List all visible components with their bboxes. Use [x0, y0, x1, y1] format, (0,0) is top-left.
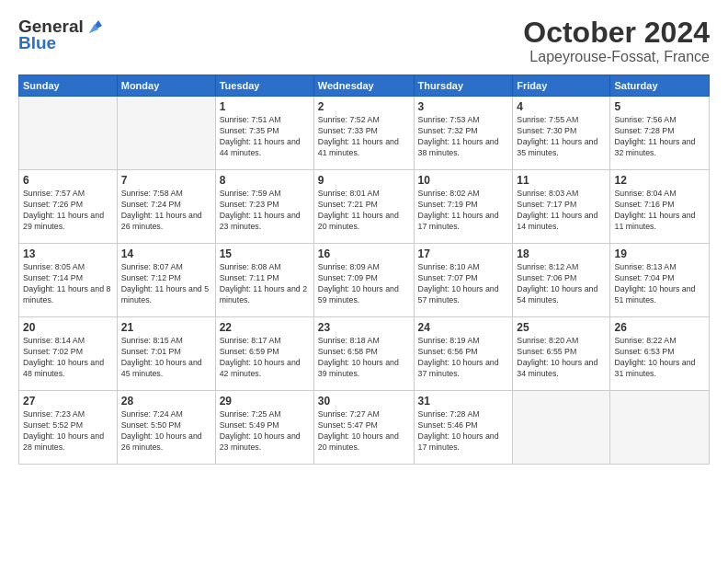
day-number: 25 — [517, 320, 606, 335]
day-info: Sunrise: 8:07 AMSunset: 7:12 PMDaylight:… — [121, 262, 211, 306]
header-friday: Friday — [513, 75, 610, 97]
day-cell: 1Sunrise: 7:51 AMSunset: 7:35 PMDaylight… — [215, 97, 313, 170]
day-number: 4 — [517, 99, 606, 114]
day-number: 28 — [121, 394, 211, 408]
day-number: 23 — [318, 320, 410, 335]
day-cell: 8Sunrise: 7:59 AMSunset: 7:23 PMDaylight… — [215, 170, 313, 244]
day-cell: 11Sunrise: 8:03 AMSunset: 7:17 PMDayligh… — [513, 170, 610, 244]
day-number: 8 — [220, 173, 310, 188]
day-number: 16 — [318, 247, 410, 261]
day-cell: 10Sunrise: 8:02 AMSunset: 7:19 PMDayligh… — [414, 170, 513, 244]
day-cell — [513, 391, 610, 465]
day-number: 18 — [517, 247, 606, 261]
week-row-3: 13Sunrise: 8:05 AMSunset: 7:14 PMDayligh… — [19, 244, 710, 317]
day-info: Sunrise: 7:28 AMSunset: 5:46 PMDaylight:… — [418, 409, 509, 454]
day-cell: 17Sunrise: 8:10 AMSunset: 7:07 PMDayligh… — [414, 244, 513, 317]
day-cell: 31Sunrise: 7:28 AMSunset: 5:46 PMDayligh… — [414, 391, 513, 465]
day-number: 27 — [23, 394, 113, 408]
day-cell: 21Sunrise: 8:15 AMSunset: 7:01 PMDayligh… — [117, 317, 215, 391]
day-number: 20 — [23, 320, 113, 335]
day-number: 1 — [220, 99, 310, 114]
day-cell: 19Sunrise: 8:13 AMSunset: 7:04 PMDayligh… — [610, 244, 710, 317]
day-info: Sunrise: 7:53 AMSunset: 7:32 PMDaylight:… — [418, 115, 509, 159]
logo: General Blue — [18, 17, 106, 53]
day-cell: 28Sunrise: 7:24 AMSunset: 5:50 PMDayligh… — [117, 391, 215, 465]
week-row-5: 27Sunrise: 7:23 AMSunset: 5:52 PMDayligh… — [19, 391, 710, 465]
day-cell: 30Sunrise: 7:27 AMSunset: 5:47 PMDayligh… — [313, 391, 414, 465]
day-cell: 6Sunrise: 7:57 AMSunset: 7:26 PMDaylight… — [19, 170, 118, 244]
day-number: 15 — [220, 247, 310, 261]
day-cell: 13Sunrise: 8:05 AMSunset: 7:14 PMDayligh… — [19, 244, 118, 317]
day-number: 3 — [418, 99, 509, 114]
day-number: 13 — [23, 247, 113, 261]
day-cell: 5Sunrise: 7:56 AMSunset: 7:28 PMDaylight… — [610, 97, 710, 170]
title-block: October 2024 Lapeyrouse-Fossat, France — [523, 17, 710, 65]
day-info: Sunrise: 8:19 AMSunset: 6:56 PMDaylight:… — [418, 336, 509, 380]
day-info: Sunrise: 8:05 AMSunset: 7:14 PMDaylight:… — [23, 262, 113, 306]
day-info: Sunrise: 7:24 AMSunset: 5:50 PMDaylight:… — [121, 409, 211, 454]
day-number: 2 — [318, 99, 410, 114]
header-sunday: Sunday — [19, 75, 118, 97]
day-info: Sunrise: 8:13 AMSunset: 7:04 PMDaylight:… — [614, 262, 705, 306]
day-number: 6 — [23, 173, 113, 188]
day-info: Sunrise: 8:20 AMSunset: 6:55 PMDaylight:… — [517, 336, 606, 380]
header: General Blue October 2024 Lapeyrouse-Fos… — [18, 17, 710, 65]
day-info: Sunrise: 8:18 AMSunset: 6:58 PMDaylight:… — [318, 336, 410, 380]
day-info: Sunrise: 8:03 AMSunset: 7:17 PMDaylight:… — [517, 189, 606, 233]
day-info: Sunrise: 8:15 AMSunset: 7:01 PMDaylight:… — [121, 336, 211, 380]
day-cell: 20Sunrise: 8:14 AMSunset: 7:02 PMDayligh… — [19, 317, 118, 391]
week-row-1: 1Sunrise: 7:51 AMSunset: 7:35 PMDaylight… — [19, 97, 710, 170]
day-number: 19 — [614, 247, 705, 261]
month-title: October 2024 — [523, 17, 710, 49]
day-cell: 22Sunrise: 8:17 AMSunset: 6:59 PMDayligh… — [215, 317, 313, 391]
location-title: Lapeyrouse-Fossat, France — [523, 49, 710, 65]
day-cell: 15Sunrise: 8:08 AMSunset: 7:11 PMDayligh… — [215, 244, 313, 317]
day-number: 24 — [418, 320, 509, 335]
day-number: 22 — [220, 320, 310, 335]
day-cell: 14Sunrise: 8:07 AMSunset: 7:12 PMDayligh… — [117, 244, 215, 317]
day-cell — [19, 97, 118, 170]
weekday-header-row: Sunday Monday Tuesday Wednesday Thursday… — [19, 75, 710, 97]
header-tuesday: Tuesday — [215, 75, 313, 97]
day-number: 26 — [614, 320, 705, 335]
day-cell: 26Sunrise: 8:22 AMSunset: 6:53 PMDayligh… — [610, 317, 710, 391]
day-number: 29 — [220, 394, 310, 408]
day-cell: 27Sunrise: 7:23 AMSunset: 5:52 PMDayligh… — [19, 391, 118, 465]
logo-icon — [85, 17, 106, 37]
day-info: Sunrise: 8:09 AMSunset: 7:09 PMDaylight:… — [318, 262, 410, 306]
day-cell: 23Sunrise: 8:18 AMSunset: 6:58 PMDayligh… — [313, 317, 414, 391]
day-cell: 18Sunrise: 8:12 AMSunset: 7:06 PMDayligh… — [513, 244, 610, 317]
day-cell: 4Sunrise: 7:55 AMSunset: 7:30 PMDaylight… — [513, 97, 610, 170]
day-info: Sunrise: 7:27 AMSunset: 5:47 PMDaylight:… — [318, 409, 410, 454]
day-number: 17 — [418, 247, 509, 261]
week-row-4: 20Sunrise: 8:14 AMSunset: 7:02 PMDayligh… — [19, 317, 710, 391]
day-info: Sunrise: 7:52 AMSunset: 7:33 PMDaylight:… — [318, 115, 410, 159]
day-info: Sunrise: 7:58 AMSunset: 7:24 PMDaylight:… — [121, 189, 211, 233]
day-info: Sunrise: 8:02 AMSunset: 7:19 PMDaylight:… — [418, 189, 509, 233]
day-info: Sunrise: 8:17 AMSunset: 6:59 PMDaylight:… — [220, 336, 310, 380]
header-monday: Monday — [117, 75, 215, 97]
day-number: 12 — [614, 173, 705, 188]
day-cell — [610, 391, 710, 465]
header-thursday: Thursday — [414, 75, 513, 97]
day-number: 10 — [418, 173, 509, 188]
page: General Blue October 2024 Lapeyrouse-Fos… — [0, 0, 728, 563]
day-info: Sunrise: 7:55 AMSunset: 7:30 PMDaylight:… — [517, 115, 606, 159]
day-info: Sunrise: 8:01 AMSunset: 7:21 PMDaylight:… — [318, 189, 410, 233]
day-info: Sunrise: 8:08 AMSunset: 7:11 PMDaylight:… — [220, 262, 310, 306]
week-row-2: 6Sunrise: 7:57 AMSunset: 7:26 PMDaylight… — [19, 170, 710, 244]
day-cell: 3Sunrise: 7:53 AMSunset: 7:32 PMDaylight… — [414, 97, 513, 170]
day-number: 5 — [614, 99, 705, 114]
day-info: Sunrise: 8:10 AMSunset: 7:07 PMDaylight:… — [418, 262, 509, 306]
day-info: Sunrise: 7:23 AMSunset: 5:52 PMDaylight:… — [23, 409, 113, 454]
day-cell: 24Sunrise: 8:19 AMSunset: 6:56 PMDayligh… — [414, 317, 513, 391]
day-cell: 29Sunrise: 7:25 AMSunset: 5:49 PMDayligh… — [215, 391, 313, 465]
day-info: Sunrise: 8:04 AMSunset: 7:16 PMDaylight:… — [614, 189, 705, 233]
day-info: Sunrise: 8:12 AMSunset: 7:06 PMDaylight:… — [517, 262, 606, 306]
day-number: 11 — [517, 173, 606, 188]
day-number: 14 — [121, 247, 211, 261]
day-info: Sunrise: 7:59 AMSunset: 7:23 PMDaylight:… — [220, 189, 310, 233]
day-cell: 7Sunrise: 7:58 AMSunset: 7:24 PMDaylight… — [117, 170, 215, 244]
day-number: 30 — [318, 394, 410, 408]
day-info: Sunrise: 8:22 AMSunset: 6:53 PMDaylight:… — [614, 336, 705, 380]
